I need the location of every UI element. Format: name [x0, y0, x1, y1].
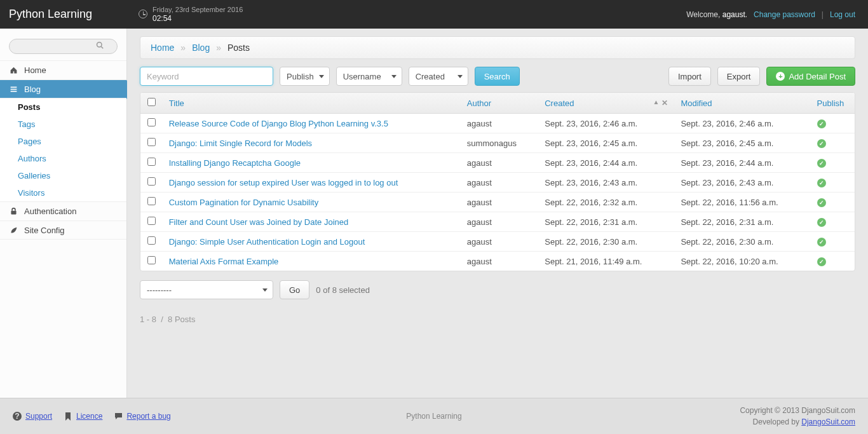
- sidebar-item-blog[interactable]: Blog: [0, 79, 126, 98]
- change-password-link[interactable]: Change password: [754, 10, 815, 19]
- row-checkbox[interactable]: [147, 217, 156, 225]
- sidebar-item-authentication[interactable]: Authentication: [0, 201, 126, 220]
- row-modified: Sept. 23, 2016, 2:46 a.m.: [674, 114, 810, 133]
- import-button[interactable]: Import: [668, 67, 711, 86]
- breadcrumb: Home » Blog » Posts: [140, 36, 855, 59]
- row-title-link[interactable]: Custom Pagination for Dynamic Usability: [169, 198, 319, 207]
- row-author: agaust: [461, 173, 538, 193]
- selection-count: 0 of 8 selected: [316, 285, 370, 295]
- footer-center: Python Learning: [406, 412, 461, 421]
- publish-true-icon: ✓: [817, 179, 826, 187]
- lock-icon: [9, 207, 18, 216]
- sidebar-item-home[interactable]: Home: [0, 60, 126, 79]
- footer-developed-link[interactable]: DjangoSuit.com: [801, 417, 855, 426]
- row-title-link[interactable]: Material Axis Format Example: [169, 257, 279, 266]
- row-checkbox[interactable]: [147, 118, 156, 126]
- home-icon: [9, 66, 18, 75]
- list-icon: [9, 85, 18, 93]
- svg-point-0: [97, 43, 102, 48]
- sidebar-item-label: Blog: [24, 85, 41, 94]
- publish-true-icon: ✓: [817, 257, 826, 266]
- filter-publish-select[interactable]: Publish: [280, 67, 330, 86]
- sidebar-item-label: Site Config: [24, 226, 65, 235]
- footer-support-link[interactable]: Support: [25, 412, 52, 421]
- row-checkbox[interactable]: [147, 138, 156, 146]
- keyword-input[interactable]: [140, 67, 273, 86]
- publish-true-icon: ✓: [817, 198, 826, 207]
- go-button[interactable]: Go: [280, 280, 309, 299]
- sidebar-sub-posts[interactable]: Posts: [0, 98, 126, 116]
- search-button[interactable]: Search: [475, 67, 520, 86]
- sort-asc-icon[interactable]: ▲: [653, 98, 660, 107]
- filter-bar: Publish Username Created Search Import E…: [140, 67, 855, 86]
- col-publish-sort[interactable]: Publish: [817, 98, 844, 108]
- row-title-link[interactable]: Django: Simple User Authentication Login…: [169, 237, 365, 247]
- footer-licence-link[interactable]: Licence: [76, 412, 102, 421]
- logout-link[interactable]: Log out: [830, 10, 855, 19]
- posts-table: Title Author Created ▲ ✕ Modified Publis…: [140, 93, 855, 271]
- footer: ? Support Licence Report a bug Python Le…: [0, 398, 868, 434]
- header-user-tools: Welcome, agaust. Change password | Log o…: [686, 10, 868, 19]
- add-detail-post-button[interactable]: + Add Detail Post: [766, 67, 855, 86]
- col-created-sort[interactable]: Created: [545, 98, 574, 108]
- publish-true-icon: ✓: [817, 218, 826, 227]
- table-row: Django: Simple User Authentication Login…: [140, 232, 855, 252]
- sidebar-sub-authors[interactable]: Authors: [0, 150, 126, 167]
- breadcrumb-blog[interactable]: Blog: [192, 43, 210, 53]
- breadcrumb-current: Posts: [227, 43, 250, 53]
- bookmark-icon: [64, 412, 72, 421]
- footer-report-link[interactable]: Report a bug: [126, 412, 170, 421]
- row-checkbox[interactable]: [147, 256, 156, 264]
- sidebar-sub-pages[interactable]: Pages: [0, 133, 126, 150]
- row-modified: Sept. 23, 2016, 2:43 a.m.: [674, 173, 810, 193]
- row-checkbox[interactable]: [147, 236, 156, 245]
- leaf-icon: [9, 226, 18, 234]
- sort-remove-icon[interactable]: ✕: [661, 98, 668, 107]
- row-author: agaust: [461, 114, 538, 133]
- row-created: Sept. 21, 2016, 11:49 a.m.: [538, 252, 674, 271]
- col-title-sort[interactable]: Title: [169, 98, 184, 108]
- row-created: Sept. 23, 2016, 2:46 a.m.: [538, 114, 674, 133]
- chevron-down-icon: [319, 75, 324, 78]
- select-all-checkbox[interactable]: [147, 98, 156, 106]
- sidebar-sub-galleries[interactable]: Galleries: [0, 167, 126, 184]
- posts-table-wrap: Title Author Created ▲ ✕ Modified Publis…: [140, 92, 855, 271]
- sidebar-sub-visitors[interactable]: Visitors: [0, 184, 126, 201]
- row-title-link[interactable]: Filter and Count User was Joined by Date…: [169, 217, 349, 227]
- svg-line-1: [101, 46, 103, 48]
- row-author: agaust: [461, 252, 538, 271]
- sidebar-sub-tags[interactable]: Tags: [0, 116, 126, 133]
- export-button[interactable]: Export: [717, 67, 761, 86]
- publish-true-icon: ✓: [817, 139, 826, 148]
- row-title-link[interactable]: Installing Django Recaptcha Google: [169, 158, 301, 168]
- row-created: Sept. 22, 2016, 2:32 a.m.: [538, 193, 674, 212]
- col-modified-sort[interactable]: Modified: [681, 98, 712, 108]
- row-title-link[interactable]: Django: Limit Single Record for Models: [169, 139, 312, 148]
- welcome-text: Welcome, agaust.: [686, 10, 747, 19]
- filter-created-select[interactable]: Created: [409, 67, 468, 86]
- bulk-action-select[interactable]: ---------: [140, 280, 273, 299]
- chevron-down-icon: [262, 288, 268, 292]
- filter-username-select[interactable]: Username: [336, 67, 402, 86]
- row-checkbox[interactable]: [147, 158, 156, 166]
- breadcrumb-home[interactable]: Home: [151, 43, 174, 53]
- divider: |: [822, 10, 824, 19]
- col-author-sort[interactable]: Author: [467, 98, 491, 108]
- row-title-link[interactable]: Django session for setup expired User wa…: [169, 178, 398, 187]
- row-checkbox[interactable]: [147, 197, 156, 205]
- row-author: summonagus: [461, 133, 538, 153]
- pager-range: 1 - 8: [140, 315, 156, 324]
- chevron-down-icon: [458, 75, 463, 78]
- sidebar-item-label: Authentication: [24, 207, 76, 216]
- row-author: agaust: [461, 232, 538, 252]
- row-modified: Sept. 22, 2016, 2:31 a.m.: [674, 212, 810, 232]
- row-title-link[interactable]: Release Source Code of Django Blog Pytho…: [169, 119, 388, 128]
- row-checkbox[interactable]: [147, 177, 156, 186]
- row-created: Sept. 23, 2016, 2:43 a.m.: [538, 173, 674, 193]
- sidebar-item-siteconfig[interactable]: Site Config: [0, 220, 126, 240]
- row-author: agaust: [461, 193, 538, 212]
- footer-copyright: Copyright © 2013 DjangoSuit.com: [740, 405, 855, 416]
- publish-true-icon: ✓: [817, 159, 826, 168]
- row-created: Sept. 23, 2016, 2:45 a.m.: [538, 133, 674, 153]
- sidebar-submenu-blog: Posts Tags Pages Authors Galleries Visit…: [0, 98, 126, 201]
